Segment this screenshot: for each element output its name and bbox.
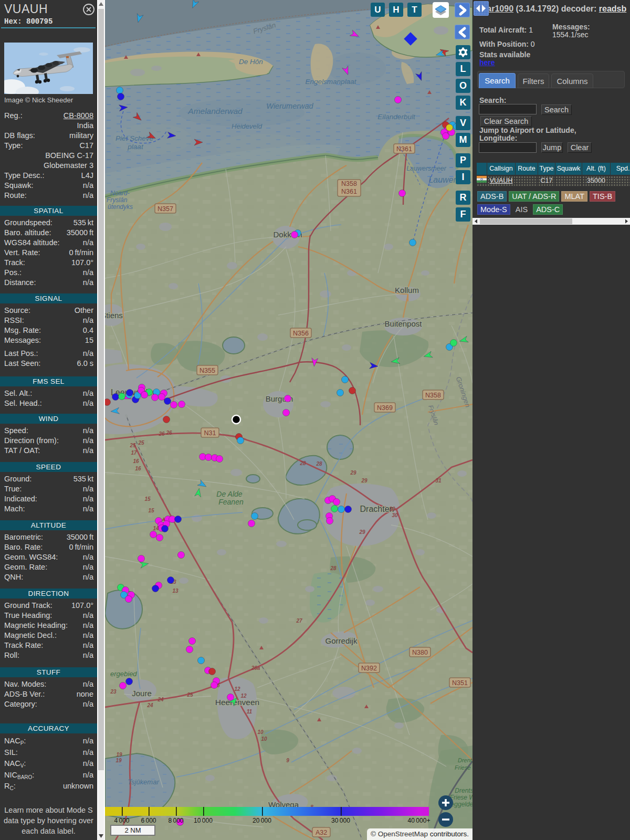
svg-text:12: 12 bbox=[234, 686, 240, 692]
svg-text:26: 26 bbox=[165, 430, 172, 436]
svg-text:31: 31 bbox=[435, 478, 442, 484]
svg-text:N357: N357 bbox=[158, 205, 173, 213]
svg-text:25: 25 bbox=[129, 443, 136, 448]
svg-text:N355: N355 bbox=[200, 367, 215, 374]
svg-text:N361: N361 bbox=[396, 145, 412, 153]
svg-text:10: 10 bbox=[257, 729, 264, 735]
svg-text:Eilanderbult: Eilanderbult bbox=[377, 113, 416, 121]
svg-text:Buitenpost: Buitenpost bbox=[385, 319, 423, 328]
svg-text:Amelanderwad: Amelanderwad bbox=[187, 107, 243, 116]
svg-text:15: 15 bbox=[148, 508, 154, 513]
svg-text:Tsjûkemar: Tsjûkemar bbox=[128, 778, 159, 786]
svg-text:Heideveld: Heideveld bbox=[232, 122, 262, 130]
svg-text:17: 17 bbox=[131, 450, 137, 456]
svg-text:29: 29 bbox=[359, 529, 365, 535]
svg-text:19: 19 bbox=[116, 752, 122, 758]
svg-text:28: 28 bbox=[330, 565, 337, 571]
svg-text:Kollum: Kollum bbox=[395, 286, 419, 295]
svg-text:19: 19 bbox=[116, 758, 122, 763]
svg-text:Heerenveen: Heerenveen bbox=[215, 698, 259, 707]
svg-text:29: 29 bbox=[350, 470, 356, 476]
svg-text:9: 9 bbox=[286, 758, 289, 763]
svg-text:N358: N358 bbox=[341, 180, 357, 187]
svg-text:16: 16 bbox=[135, 466, 141, 471]
svg-text:16: 16 bbox=[133, 458, 139, 464]
svg-text:8 000: 8 000 bbox=[168, 817, 183, 824]
svg-text:Feanen: Feanen bbox=[218, 498, 244, 506]
svg-text:11: 11 bbox=[247, 709, 253, 715]
svg-text:26: 26 bbox=[158, 431, 165, 437]
svg-text:N369: N369 bbox=[377, 404, 393, 412]
svg-text:29: 29 bbox=[361, 478, 368, 484]
svg-text:N31: N31 bbox=[204, 429, 216, 437]
svg-text:Friese W: Friese W bbox=[455, 764, 472, 771]
svg-text:25: 25 bbox=[138, 440, 144, 446]
svg-text:Drents-: Drents- bbox=[458, 757, 472, 763]
svg-text:25: 25 bbox=[186, 692, 193, 698]
svg-text:N392: N392 bbox=[361, 665, 377, 672]
svg-text:Engelsmanplaat: Engelsmanplaat bbox=[306, 78, 357, 86]
svg-text:N351: N351 bbox=[452, 679, 468, 687]
svg-text:13: 13 bbox=[172, 588, 178, 594]
svg-text:28: 28 bbox=[299, 460, 306, 466]
svg-text:Wierumerwad: Wierumerwad bbox=[266, 102, 313, 110]
svg-text:6 000: 6 000 bbox=[141, 817, 156, 824]
svg-text:Joure: Joure bbox=[132, 689, 152, 698]
svg-text:23: 23 bbox=[110, 689, 117, 695]
svg-text:De Alde: De Alde bbox=[216, 490, 243, 498]
svg-text:ergebied: ergebied bbox=[110, 670, 137, 678]
svg-text:10 000: 10 000 bbox=[194, 817, 213, 824]
svg-text:plaat: plaat bbox=[127, 143, 144, 151]
svg-text:4 000: 4 000 bbox=[114, 817, 129, 824]
svg-text:28: 28 bbox=[316, 461, 322, 467]
svg-text:Fryslân: Fryslân bbox=[107, 196, 128, 204]
svg-text:Drents-: Drents- bbox=[455, 787, 472, 794]
svg-text:N361: N361 bbox=[341, 188, 357, 195]
svg-text:A32: A32 bbox=[316, 829, 327, 836]
svg-text:10: 10 bbox=[261, 736, 267, 742]
svg-text:20 000: 20 000 bbox=[253, 817, 271, 824]
svg-text:ûtendyks: ûtendyks bbox=[108, 203, 133, 211]
svg-text:30 000: 30 000 bbox=[331, 817, 350, 824]
svg-text:26a: 26a bbox=[251, 665, 260, 671]
svg-text:De Hôn: De Hôn bbox=[239, 58, 263, 66]
svg-text:30: 30 bbox=[389, 506, 395, 512]
svg-text:N380: N380 bbox=[412, 649, 428, 656]
svg-text:Noard-: Noard- bbox=[110, 190, 130, 197]
svg-text:27: 27 bbox=[296, 618, 302, 624]
svg-text:Stiens: Stiens bbox=[105, 311, 123, 320]
svg-text:15: 15 bbox=[144, 496, 151, 502]
svg-text:24: 24 bbox=[157, 697, 164, 702]
svg-text:30: 30 bbox=[392, 512, 398, 518]
svg-text:N356: N356 bbox=[293, 330, 309, 337]
svg-text:12: 12 bbox=[240, 693, 247, 699]
svg-text:40 000+: 40 000+ bbox=[408, 817, 430, 824]
svg-text:N358: N358 bbox=[425, 392, 441, 399]
svg-text:Lauwersmeer: Lauwersmeer bbox=[406, 165, 447, 172]
svg-text:24: 24 bbox=[146, 702, 153, 708]
svg-text:Piet Scheve: Piet Scheve bbox=[116, 134, 153, 142]
svg-text:Gorredijk: Gorredijk bbox=[326, 636, 358, 645]
